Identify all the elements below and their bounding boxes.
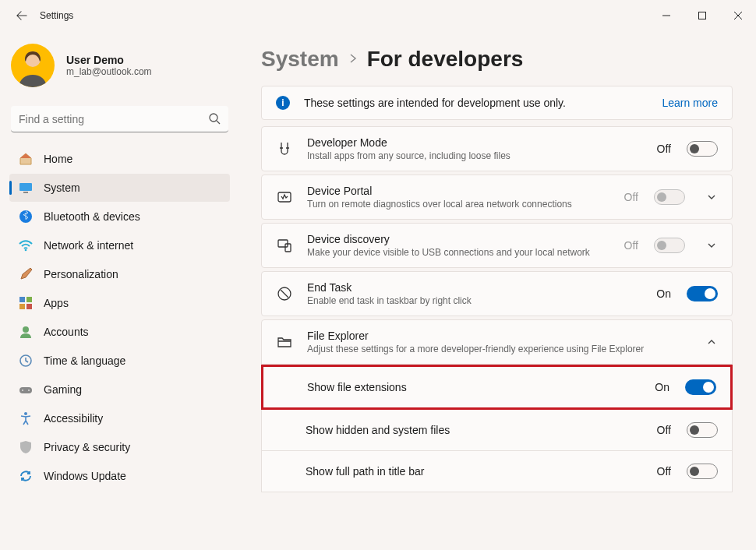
nav-list: Home System Bluetooth & devices Network … — [9, 145, 230, 490]
row-show-file-extensions[interactable]: Show file extensions On — [261, 365, 733, 410]
info-banner: i These settings are intended for develo… — [261, 86, 733, 120]
avatar — [11, 44, 55, 87]
developer-mode-toggle[interactable] — [687, 141, 718, 157]
maximize-button[interactable] — [684, 0, 720, 31]
nav-label: Apps — [44, 297, 69, 309]
user-name: User Demo — [66, 54, 152, 66]
nav-accounts[interactable]: Accounts — [9, 318, 230, 346]
toggle-state: Off — [624, 239, 638, 252]
show-file-extensions-toggle[interactable] — [685, 379, 716, 395]
row-subtitle: Adjust these settings for a more develop… — [307, 344, 685, 354]
chevron-down-icon[interactable] — [705, 192, 718, 202]
device-portal-toggle — [654, 189, 685, 205]
row-subtitle: Install apps from any source, including … — [307, 150, 643, 161]
close-button[interactable] — [720, 0, 756, 31]
nav-label: Time & language — [44, 354, 125, 367]
brush-icon — [19, 267, 33, 281]
show-full-path-toggle[interactable] — [687, 464, 718, 479]
nav-label: Accounts — [44, 326, 89, 338]
svg-rect-13 — [19, 387, 32, 393]
back-button[interactable] — [16, 9, 28, 22]
breadcrumb-parent[interactable]: System — [261, 47, 339, 72]
end-task-icon — [276, 285, 293, 302]
learn-more-link[interactable]: Learn more — [662, 97, 718, 109]
accessibility-icon — [19, 411, 33, 425]
toggle-state: Off — [657, 143, 671, 155]
breadcrumb-current: For developers — [367, 47, 524, 72]
svg-point-2 — [210, 114, 217, 122]
user-email: m_lab@outlook.com — [66, 66, 152, 77]
row-device-portal[interactable]: Device Portal Turn on remote diagnostics… — [261, 175, 733, 220]
nav-time-language[interactable]: Time & language — [9, 347, 230, 375]
row-show-full-path[interactable]: Show full path in title bar Off — [261, 451, 733, 492]
nav-apps[interactable]: Apps — [9, 289, 230, 317]
show-hidden-files-toggle[interactable] — [687, 422, 718, 438]
clock-icon — [19, 354, 33, 368]
chevron-right-icon — [348, 52, 358, 66]
row-file-explorer[interactable]: File Explorer Adjust these settings for … — [261, 319, 733, 365]
nav-label: Accessibility — [44, 412, 103, 425]
nav-label: Home — [44, 153, 72, 165]
toggle-state: On — [655, 381, 669, 393]
row-end-task[interactable]: End Task Enable end task in taskbar by r… — [261, 271, 733, 316]
toggle-state: Off — [624, 191, 638, 203]
row-show-hidden-files[interactable]: Show hidden and system files Off — [261, 410, 733, 451]
row-device-discovery[interactable]: Device discovery Make your device visibl… — [261, 223, 733, 268]
nav-gaming[interactable]: Gaming — [9, 375, 230, 404]
folder-icon — [276, 333, 293, 351]
toggle-state: Off — [657, 424, 671, 436]
svg-point-15 — [28, 390, 30, 391]
svg-point-11 — [23, 326, 29, 333]
sidebar: User Demo m_lab@outlook.com Home System … — [0, 31, 238, 550]
minimize-button[interactable] — [648, 0, 684, 31]
svg-rect-4 — [23, 192, 28, 193]
row-subtitle: Make your device visible to USB connecti… — [307, 247, 610, 258]
nav-bluetooth[interactable]: Bluetooth & devices — [9, 203, 230, 231]
row-title: File Explorer — [307, 330, 685, 342]
user-header[interactable]: User Demo m_lab@outlook.com — [9, 39, 230, 97]
gamepad-icon — [19, 383, 33, 397]
developer-mode-icon — [276, 140, 293, 157]
svg-rect-7 — [19, 297, 25, 302]
window-title: Settings — [40, 10, 73, 21]
bluetooth-icon — [19, 210, 33, 224]
update-icon — [19, 469, 33, 483]
titlebar: Settings — [0, 0, 756, 31]
row-subtitle: Turn on remote diagnostics over local ar… — [307, 199, 610, 210]
svg-rect-9 — [19, 304, 25, 309]
nav-network[interactable]: Network & internet — [9, 231, 230, 259]
nav-home[interactable]: Home — [9, 145, 230, 173]
home-icon — [19, 152, 33, 166]
row-developer-mode[interactable]: Developer Mode Install apps from any sou… — [261, 126, 733, 171]
search-icon — [208, 112, 221, 128]
svg-point-6 — [25, 249, 27, 252]
device-portal-icon — [276, 189, 293, 206]
toggle-state: Off — [657, 465, 671, 478]
chevron-down-icon[interactable] — [705, 241, 718, 250]
row-title: End Task — [307, 281, 642, 294]
search-input[interactable] — [11, 106, 228, 132]
nav-accessibility[interactable]: Accessibility — [9, 404, 230, 432]
nav-system[interactable]: System — [9, 174, 230, 202]
end-task-toggle[interactable] — [687, 286, 718, 301]
nav-privacy[interactable]: Privacy & security — [9, 433, 230, 461]
wifi-icon — [19, 238, 33, 252]
nav-label: Privacy & security — [44, 441, 130, 453]
nav-personalization[interactable]: Personalization — [9, 260, 230, 288]
row-title: Device Portal — [307, 185, 610, 197]
svg-rect-0 — [699, 12, 706, 19]
apps-icon — [19, 296, 33, 310]
row-title: Device discovery — [307, 233, 610, 245]
toggle-state: On — [656, 287, 671, 300]
system-icon — [19, 181, 33, 195]
nav-label: Bluetooth & devices — [44, 210, 140, 223]
person-icon — [19, 325, 33, 339]
nav-label: Personalization — [44, 268, 118, 280]
nav-windows-update[interactable]: Windows Update — [9, 462, 230, 490]
chevron-up-icon[interactable] — [705, 337, 718, 347]
search-field[interactable] — [11, 106, 228, 132]
banner-text: These settings are intended for developm… — [304, 97, 648, 109]
svg-rect-3 — [19, 183, 32, 191]
svg-point-14 — [22, 390, 23, 391]
svg-rect-8 — [26, 297, 32, 302]
